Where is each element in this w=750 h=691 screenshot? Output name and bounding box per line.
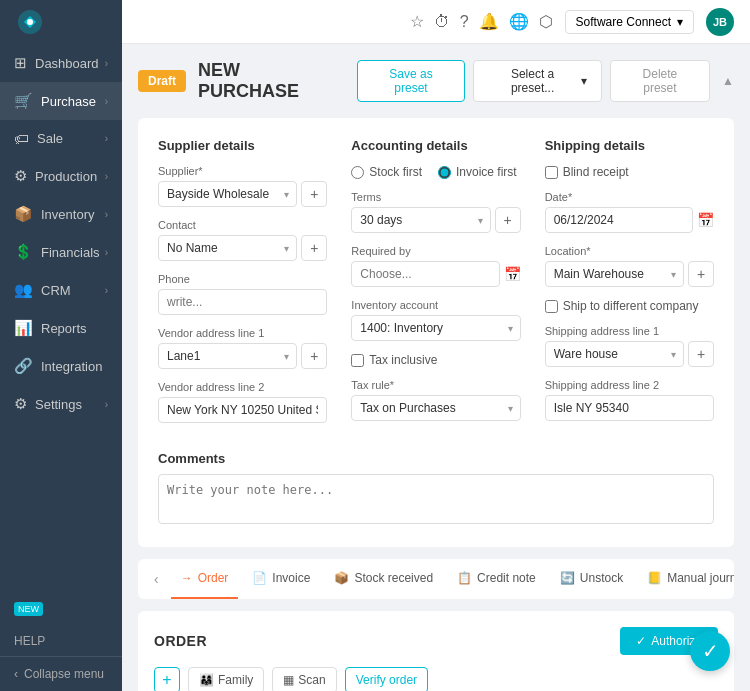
- order-section: ORDER ✓ Authorize + 👨‍👩‍👧 Family ▦ Scan …: [138, 611, 734, 691]
- tab-credit-note[interactable]: 📋 Credit note: [447, 559, 546, 599]
- location-label: Location*: [545, 245, 714, 257]
- ship-to-different-checkbox[interactable]: [545, 300, 558, 313]
- sidebar-item-sale[interactable]: 🏷 Sale ›: [0, 120, 122, 157]
- verify-order-button[interactable]: Verify order: [345, 667, 428, 691]
- shipping-address2-label: Shipping address line 2: [545, 379, 714, 391]
- form-card: Supplier details Supplier* Bayside Whole…: [138, 118, 734, 547]
- tax-inclusive-checkbox[interactable]: [351, 354, 364, 367]
- calendar-icon[interactable]: 📅: [504, 266, 521, 282]
- delete-preset-button[interactable]: Delete preset: [610, 60, 710, 102]
- date-input[interactable]: [545, 207, 693, 233]
- add-location-button[interactable]: +: [688, 261, 714, 287]
- tab-invoice[interactable]: 📄 Invoice: [242, 559, 320, 599]
- add-row-button[interactable]: +: [154, 667, 180, 691]
- sidebar-item-crm[interactable]: 👥 CRM ›: [0, 271, 122, 309]
- shipping-section-title: Shipping details: [545, 138, 714, 153]
- supplier-select[interactable]: Bayside Wholesale: [158, 181, 297, 207]
- topbar: ☆ ⏱ ? 🔔 🌐 ⬡ Software Connect ▾ JB: [122, 0, 750, 44]
- sidebar-item-financials[interactable]: 💲 Financials ›: [0, 233, 122, 271]
- inventory-account-select[interactable]: 1400: Inventory: [351, 315, 520, 341]
- star-icon[interactable]: ☆: [410, 12, 424, 31]
- ship-to-different-checkbox-label[interactable]: Ship to different company: [545, 299, 714, 313]
- bell-icon[interactable]: 🔔: [479, 12, 499, 31]
- required-by-input[interactable]: [351, 261, 499, 287]
- floating-action-button[interactable]: ✓: [690, 631, 730, 671]
- sidebar-item-dashboard[interactable]: ⊞ Dashboard ›: [0, 44, 122, 82]
- shipping-address1-select[interactable]: Ware house: [545, 341, 684, 367]
- stock-first-option[interactable]: Stock first: [351, 165, 422, 179]
- tax-rule-select[interactable]: Tax on Purchases: [351, 395, 520, 421]
- add-terms-button[interactable]: +: [495, 207, 521, 233]
- vendor-address1-select[interactable]: Lane1: [158, 343, 297, 369]
- vendor-address2-field: Vendor address line 2: [158, 381, 327, 423]
- help-icon[interactable]: ?: [460, 13, 469, 31]
- sidebar-item-label: Financials: [41, 245, 100, 260]
- topbar-company-selector[interactable]: Software Connect ▾: [565, 10, 694, 34]
- tab-stock-received[interactable]: 📦 Stock received: [324, 559, 443, 599]
- contact-select[interactable]: No Name: [158, 235, 297, 261]
- comments-textarea[interactable]: [158, 474, 714, 524]
- calendar-icon[interactable]: 📅: [697, 212, 714, 228]
- sidebar-item-production[interactable]: ⚙ Production ›: [0, 157, 122, 195]
- chevron-right-icon: ›: [105, 96, 108, 107]
- blind-receipt-checkbox-label[interactable]: Blind receipt: [545, 165, 714, 179]
- phone-input[interactable]: [158, 289, 327, 315]
- sidebar-item-inventory[interactable]: 📦 Inventory ›: [0, 195, 122, 233]
- stock-first-radio[interactable]: [351, 166, 364, 179]
- manual-journals-tab-icon: 📒: [647, 571, 662, 585]
- add-contact-button[interactable]: +: [301, 235, 327, 261]
- vendor-address2-input[interactable]: [158, 397, 327, 423]
- sidebar-logo: [0, 0, 122, 44]
- sidebar-item-integration[interactable]: 🔗 Integration: [0, 347, 122, 385]
- add-address1-button[interactable]: +: [301, 343, 327, 369]
- globe-icon[interactable]: 🌐: [509, 12, 529, 31]
- form-actions: Save as preset Select a preset... ▾ Dele…: [357, 60, 734, 102]
- tax-inclusive-checkbox-label[interactable]: Tax inclusive: [351, 353, 520, 367]
- invoice-first-option[interactable]: Invoice first: [438, 165, 517, 179]
- tab-order[interactable]: → Order: [171, 559, 239, 599]
- shipping-address2-input[interactable]: [545, 395, 714, 421]
- blind-receipt-checkbox[interactable]: [545, 166, 558, 179]
- share-icon[interactable]: ⬡: [539, 12, 553, 31]
- add-supplier-button[interactable]: +: [301, 181, 327, 207]
- sidebar-item-reports[interactable]: 📊 Reports: [0, 309, 122, 347]
- contact-label: Contact: [158, 219, 327, 231]
- accounting-section-title: Accounting details: [351, 138, 520, 153]
- help-button[interactable]: HELP: [0, 626, 122, 656]
- sidebar-item-settings[interactable]: ⚙ Settings ›: [0, 385, 122, 423]
- terms-field: Terms 30 days +: [351, 191, 520, 233]
- chevron-right-icon: ›: [105, 171, 108, 182]
- tab-prev-arrow[interactable]: ‹: [146, 559, 167, 599]
- payment-method-radio-group: Stock first Invoice first: [351, 165, 520, 179]
- integration-icon: 🔗: [14, 357, 33, 375]
- family-button[interactable]: 👨‍👩‍👧 Family: [188, 667, 264, 691]
- sidebar-item-label: CRM: [41, 283, 71, 298]
- required-by-label: Required by: [351, 245, 520, 257]
- scan-button[interactable]: ▦ Scan: [272, 667, 336, 691]
- comments-section: Comments: [158, 451, 714, 527]
- blind-receipt-field: Blind receipt: [545, 165, 714, 179]
- company-name: Software Connect: [576, 15, 671, 29]
- ship-to-different-field: Ship to different company: [545, 299, 714, 313]
- order-tab-icon: →: [181, 571, 193, 585]
- collapse-menu-button[interactable]: ‹ Collapse menu: [0, 656, 122, 691]
- crm-icon: 👥: [14, 281, 33, 299]
- settings-icon: ⚙: [14, 395, 27, 413]
- location-select[interactable]: Main Warehouse: [545, 261, 684, 287]
- collapse-form-icon[interactable]: ▲: [722, 74, 734, 88]
- tab-manual-journals[interactable]: 📒 Manual journals: [637, 559, 734, 599]
- order-section-title: ORDER: [154, 633, 207, 649]
- collapse-icon: ‹: [14, 667, 18, 681]
- chevron-right-icon: ›: [105, 399, 108, 410]
- invoice-first-radio[interactable]: [438, 166, 451, 179]
- terms-select[interactable]: 30 days: [351, 207, 490, 233]
- select-preset-button[interactable]: Select a preset... ▾: [473, 60, 601, 102]
- clock-icon[interactable]: ⏱: [434, 13, 450, 31]
- user-avatar[interactable]: JB: [706, 8, 734, 36]
- shipping-address2-field: Shipping address line 2: [545, 379, 714, 421]
- sidebar-item-purchase[interactable]: 🛒 Purchase ›: [0, 82, 122, 120]
- add-shipping-address1-button[interactable]: +: [688, 341, 714, 367]
- sidebar-item-label: Dashboard: [35, 56, 99, 71]
- save-as-preset-button[interactable]: Save as preset: [357, 60, 466, 102]
- tab-unstock[interactable]: 🔄 Unstock: [550, 559, 633, 599]
